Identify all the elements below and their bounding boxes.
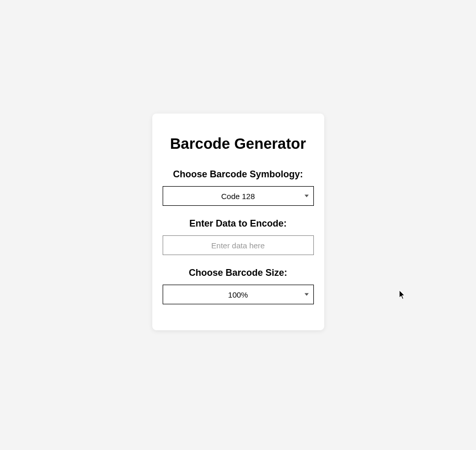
symbology-label: Choose Barcode Symbology: [163, 169, 314, 180]
symbology-select[interactable]: Code 128 [163, 186, 314, 206]
data-input[interactable] [163, 235, 314, 255]
size-select-wrapper: 100% [163, 285, 314, 304]
data-label: Enter Data to Encode: [163, 218, 314, 229]
symbology-select-wrapper: Code 128 [163, 186, 314, 206]
size-label: Choose Barcode Size: [163, 268, 314, 278]
data-section: Enter Data to Encode: [163, 218, 314, 255]
size-select[interactable]: 100% [163, 285, 314, 304]
barcode-generator-card: Barcode Generator Choose Barcode Symbolo… [152, 114, 324, 330]
size-section: Choose Barcode Size: 100% [163, 268, 314, 304]
cursor-icon [399, 290, 406, 300]
symbology-section: Choose Barcode Symbology: Code 128 [163, 169, 314, 206]
page-title: Barcode Generator [163, 135, 314, 152]
